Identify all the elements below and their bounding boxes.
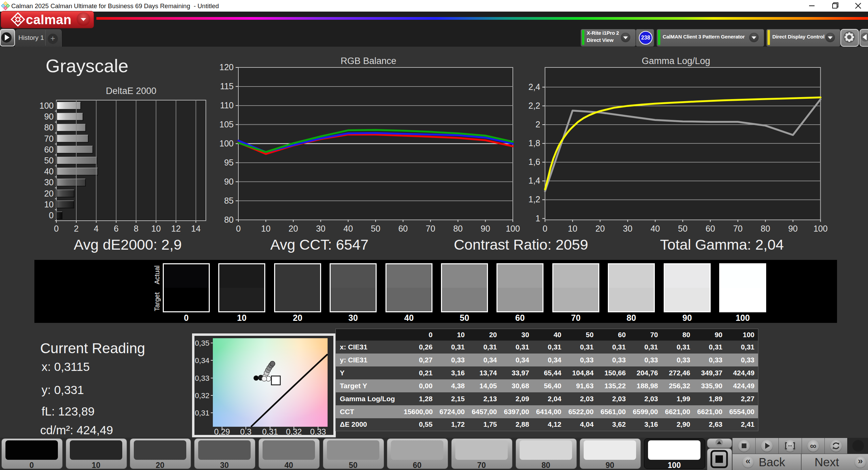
svg-text:50: 50: [44, 156, 54, 165]
svg-text:0,31: 0,31: [195, 409, 209, 417]
svg-text:2,4: 2,4: [528, 82, 540, 92]
svg-text:2: 2: [536, 120, 540, 129]
svg-text:8: 8: [134, 224, 139, 233]
svg-text:90: 90: [224, 177, 234, 186]
svg-text:105: 105: [219, 120, 234, 129]
svg-text:0,32: 0,32: [195, 391, 209, 400]
svg-text:0: 0: [54, 224, 59, 233]
svg-text:2,2: 2,2: [528, 101, 540, 110]
svg-text:1,4: 1,4: [528, 176, 540, 185]
svg-text:0,35: 0,35: [195, 339, 209, 347]
svg-text:0: 0: [236, 224, 241, 233]
svg-text:10: 10: [44, 200, 54, 209]
svg-text:85: 85: [224, 196, 234, 205]
svg-text:Avg CCT: 6547: Avg CCT: 6547: [270, 236, 368, 253]
svg-text:30: 30: [623, 224, 632, 233]
svg-text:120: 120: [219, 62, 234, 72]
svg-text:50: 50: [371, 224, 380, 233]
svg-text:Total Gamma: 2,04: Total Gamma: 2,04: [660, 236, 784, 253]
svg-text:80: 80: [44, 123, 54, 132]
svg-text:60: 60: [44, 145, 54, 154]
svg-text:1: 1: [536, 214, 540, 223]
svg-text:1,8: 1,8: [528, 138, 540, 148]
svg-text:90: 90: [788, 224, 798, 233]
svg-text:12: 12: [171, 224, 181, 233]
svg-text:80: 80: [224, 215, 234, 224]
svg-text:90: 90: [44, 112, 54, 121]
svg-text:40: 40: [343, 224, 353, 233]
svg-text:10: 10: [151, 224, 161, 233]
svg-text:0: 0: [49, 210, 54, 220]
svg-text:10: 10: [568, 224, 577, 233]
svg-text:Gamma Log/Log: Gamma Log/Log: [642, 56, 710, 66]
svg-text:30: 30: [316, 224, 326, 233]
svg-text:60: 60: [706, 224, 715, 233]
svg-text:0: 0: [543, 224, 548, 233]
svg-text:110: 110: [220, 100, 234, 110]
svg-text:1,2: 1,2: [528, 194, 540, 204]
svg-text:10: 10: [261, 224, 271, 233]
svg-text:Actual: Actual: [153, 265, 161, 284]
svg-text:20: 20: [44, 189, 54, 198]
svg-text:Target: Target: [153, 292, 161, 311]
svg-text:60: 60: [398, 224, 408, 233]
svg-text:Avg dE2000: 2,9: Avg dE2000: 2,9: [74, 236, 182, 253]
svg-text:90: 90: [480, 224, 490, 233]
svg-text:100: 100: [814, 224, 828, 233]
svg-text:4: 4: [94, 224, 99, 233]
svg-text:50: 50: [678, 224, 688, 233]
svg-text:40: 40: [650, 224, 660, 233]
svg-text:20: 20: [595, 224, 605, 233]
svg-text:6: 6: [114, 224, 119, 233]
svg-text:20: 20: [288, 224, 298, 233]
svg-text:40: 40: [44, 167, 54, 176]
svg-text:DeltaE 2000: DeltaE 2000: [106, 86, 157, 96]
svg-text:2: 2: [74, 224, 79, 233]
svg-text:70: 70: [426, 224, 435, 233]
svg-text:95: 95: [224, 158, 234, 167]
svg-text:0,34: 0,34: [195, 356, 209, 365]
svg-text:100: 100: [40, 101, 54, 110]
svg-text:100: 100: [506, 224, 520, 233]
svg-text:Contrast Ratio: 2059: Contrast Ratio: 2059: [454, 236, 588, 253]
svg-text:100: 100: [219, 139, 234, 148]
svg-text:14: 14: [191, 224, 201, 233]
svg-text:115: 115: [220, 81, 234, 91]
svg-text:RGB Balance: RGB Balance: [341, 56, 396, 66]
svg-text:70: 70: [733, 224, 743, 233]
svg-text:0,33: 0,33: [195, 374, 209, 382]
svg-text:70: 70: [44, 134, 54, 143]
svg-text:80: 80: [761, 224, 770, 233]
svg-text:1,6: 1,6: [528, 157, 540, 167]
svg-text:30: 30: [44, 177, 54, 187]
svg-text:80: 80: [453, 224, 463, 233]
